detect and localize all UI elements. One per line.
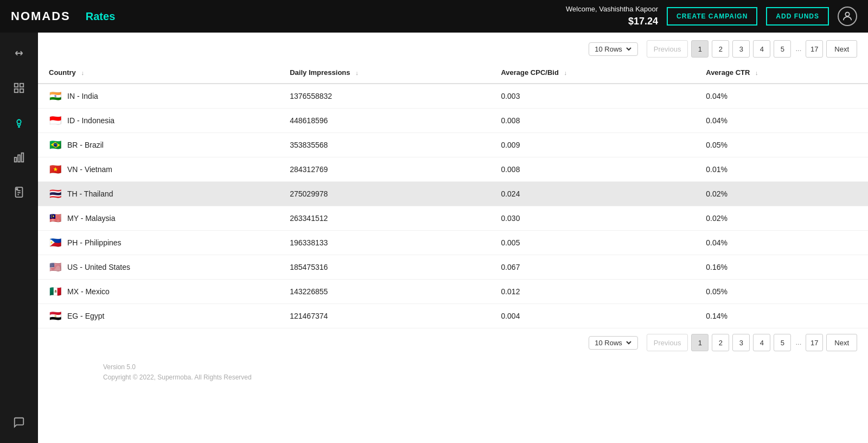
table-row[interactable]: 🇮🇩 ID - Indonesia 448618596 0.008 0.04% (38, 109, 868, 133)
cell-cpc-4: 0.024 (490, 182, 695, 206)
sidebar-icon-dashboard[interactable] (8, 77, 30, 99)
page-2-button[interactable]: 2 (712, 40, 729, 58)
page-5-button-bottom[interactable]: 5 (774, 334, 791, 351)
svg-point-15 (16, 188, 18, 190)
cell-impressions-5: 263341512 (279, 206, 490, 231)
table-row[interactable]: 🇵🇭 PH - Philippines 196338133 0.005 0.04… (38, 231, 868, 255)
top-toolbar: 10 Rows Previous 1 2 3 4 5 ... 17 Next (38, 33, 868, 62)
page-1-button-bottom[interactable]: 1 (691, 334, 709, 351)
main-layout: 10 Rows Previous 1 2 3 4 5 ... 17 Next C… (0, 33, 868, 443)
cell-impressions-8: 143226855 (279, 280, 490, 304)
col-country-label: Country (49, 68, 76, 77)
sidebar (0, 33, 38, 443)
flag-icon-7: 🇺🇸 (49, 263, 62, 271)
sidebar-icon-reports[interactable] (8, 181, 30, 203)
country-name-2: BR - Brazil (67, 141, 104, 149)
page-3-button[interactable]: 3 (732, 40, 750, 58)
table-row[interactable]: 🇻🇳 VN - Vietnam 284312769 0.008 0.01% (38, 157, 868, 182)
table-row[interactable]: 🇪🇬 EG - Egypt 121467374 0.004 0.14% (38, 304, 868, 328)
page-3-button-bottom[interactable]: 3 (732, 334, 750, 351)
cell-ctr-1: 0.04% (695, 109, 868, 133)
col-impressions-label: Daily Impressions (290, 68, 350, 77)
top-navigation: NOMADS Rates Welcome, Vashishtha Kapoor … (0, 0, 868, 33)
cell-ctr-7: 0.16% (695, 255, 868, 280)
sidebar-icon-messages[interactable] (8, 412, 30, 433)
create-campaign-button[interactable]: CREATE CAMPAIGN (667, 7, 757, 26)
table-row[interactable]: 🇧🇷 BR - Brazil 353835568 0.009 0.05% (38, 133, 868, 157)
sidebar-icon-ideas[interactable] (8, 112, 30, 134)
sidebar-icon-analytics[interactable] (8, 147, 30, 168)
cell-impressions-1: 448618596 (279, 109, 490, 133)
country-name-5: MY - Malaysia (67, 214, 115, 223)
country-name-4: TH - Thailand (67, 189, 113, 198)
col-avg-ctr[interactable]: Average CTR ↓ (695, 62, 868, 84)
welcome-message: Welcome, Vashishtha Kapoor $17.24 (566, 4, 658, 28)
svg-point-0 (845, 12, 849, 16)
col-avg-cpc[interactable]: Average CPC/Bid ↓ (490, 62, 695, 84)
rows-per-page-select-bottom[interactable]: 10 Rows (589, 336, 638, 350)
col-country[interactable]: Country ↓ (38, 62, 279, 84)
chevron-down-icon (626, 46, 632, 52)
table-header-row: Country ↓ Daily Impressions ↓ Average CP… (38, 62, 868, 84)
add-funds-button[interactable]: ADD FUNDS (766, 7, 829, 26)
page-4-button-bottom[interactable]: 4 (753, 334, 770, 351)
flag-icon-2: 🇧🇷 (49, 141, 62, 149)
page-1-button[interactable]: 1 (691, 40, 709, 58)
svg-rect-4 (20, 89, 23, 92)
table-row[interactable]: 🇹🇭 TH - Thailand 275029978 0.024 0.02% (38, 182, 868, 206)
content-area: 10 Rows Previous 1 2 3 4 5 ... 17 Next C… (38, 33, 868, 443)
copyright-text: Copyright © 2022, Supermoba. All Rights … (103, 372, 857, 383)
rows-label-bottom: 10 Rows (595, 339, 622, 347)
country-name-3: VN - Vietnam (67, 165, 112, 174)
cell-impressions-6: 196338133 (279, 231, 490, 255)
svg-point-5 (17, 120, 21, 124)
table-row[interactable]: 🇲🇾 MY - Malaysia 263341512 0.030 0.02% (38, 206, 868, 231)
svg-rect-2 (20, 84, 23, 87)
col-daily-impressions[interactable]: Daily Impressions ↓ (279, 62, 490, 84)
page-2-button-bottom[interactable]: 2 (712, 334, 729, 351)
header-right: Welcome, Vashishtha Kapoor $17.24 CREATE… (566, 4, 857, 28)
sidebar-icon-toggle[interactable] (8, 42, 30, 64)
prev-page-button-bottom[interactable]: Previous (647, 334, 688, 351)
flag-icon-5: 🇲🇾 (49, 214, 62, 223)
prev-page-button[interactable]: Previous (647, 40, 688, 58)
page-4-button[interactable]: 4 (753, 40, 770, 58)
rates-table: Country ↓ Daily Impressions ↓ Average CP… (38, 62, 868, 328)
table-row[interactable]: 🇲🇽 MX - Mexico 143226855 0.012 0.05% (38, 280, 868, 304)
rows-per-page-select[interactable]: 10 Rows (589, 42, 638, 56)
cell-country-6: 🇵🇭 PH - Philippines (38, 231, 279, 255)
page-5-button[interactable]: 5 (774, 40, 791, 58)
cell-cpc-6: 0.005 (490, 231, 695, 255)
cell-cpc-3: 0.008 (490, 157, 695, 182)
page-last-button-bottom[interactable]: 17 (806, 334, 823, 351)
rows-label: 10 Rows (595, 45, 622, 53)
page-dots-bottom: ... (794, 334, 802, 351)
svg-rect-9 (18, 155, 20, 162)
next-page-button[interactable]: Next (826, 40, 857, 58)
cell-ctr-2: 0.05% (695, 133, 868, 157)
cell-cpc-5: 0.030 (490, 206, 695, 231)
table-row[interactable]: 🇮🇳 IN - India 1376558832 0.003 0.04% (38, 84, 868, 109)
bottom-toolbar: 10 Rows Previous 1 2 3 4 5 ... 17 Next (38, 328, 868, 353)
sort-arrow-country: ↓ (81, 69, 84, 76)
cell-ctr-9: 0.14% (695, 304, 868, 328)
cell-country-3: 🇻🇳 VN - Vietnam (38, 157, 279, 182)
cell-ctr-3: 0.01% (695, 157, 868, 182)
cell-country-5: 🇲🇾 MY - Malaysia (38, 206, 279, 231)
sort-arrow-cpc: ↓ (564, 69, 567, 76)
country-name-0: IN - India (67, 92, 98, 100)
cell-country-4: 🇹🇭 TH - Thailand (38, 182, 279, 206)
cell-country-9: 🇪🇬 EG - Egypt (38, 304, 279, 328)
country-name-6: PH - Philippines (67, 238, 122, 247)
country-name-8: MX - Mexico (67, 287, 110, 296)
table-row[interactable]: 🇺🇸 US - United States 185475316 0.067 0.… (38, 255, 868, 280)
flag-icon-6: 🇵🇭 (49, 238, 62, 247)
page-last-button[interactable]: 17 (806, 40, 823, 58)
next-page-button-bottom[interactable]: Next (826, 334, 857, 351)
user-avatar[interactable] (838, 7, 857, 26)
welcome-text: Welcome, Vashishtha Kapoor (566, 4, 658, 14)
cell-cpc-0: 0.003 (490, 84, 695, 109)
footer: Version 5.0 Copyright © 2022, Supermoba.… (38, 353, 868, 394)
country-name-7: US - United States (67, 263, 130, 271)
cell-country-1: 🇮🇩 ID - Indonesia (38, 109, 279, 133)
